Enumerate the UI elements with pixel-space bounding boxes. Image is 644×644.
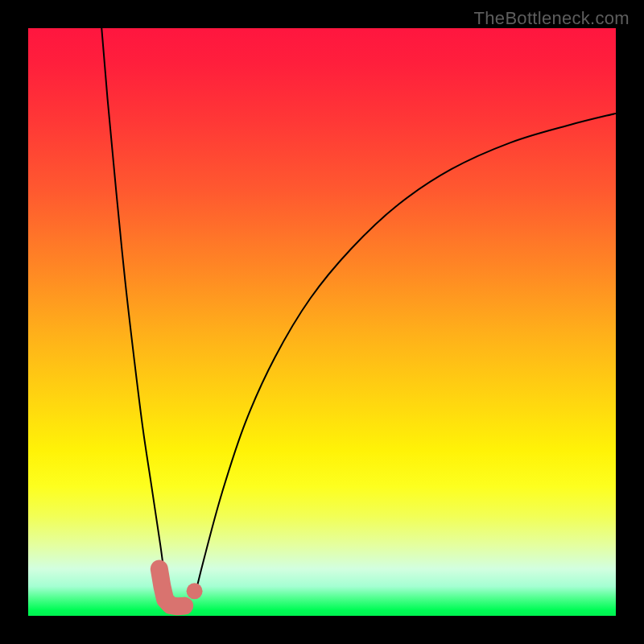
curve-left-path (101, 28, 171, 610)
chart-frame (28, 28, 616, 616)
curve-right-path (196, 114, 616, 592)
marker-lower-L (159, 569, 184, 607)
marker-right-dot (187, 583, 203, 599)
chart-svg (28, 28, 616, 616)
watermark-text: TheBottleneck.com (474, 8, 630, 29)
curve-left (101, 28, 171, 610)
curve-right (196, 114, 616, 592)
marker-right-dot-circle (187, 583, 203, 599)
marker-lower-L-path (159, 569, 184, 607)
